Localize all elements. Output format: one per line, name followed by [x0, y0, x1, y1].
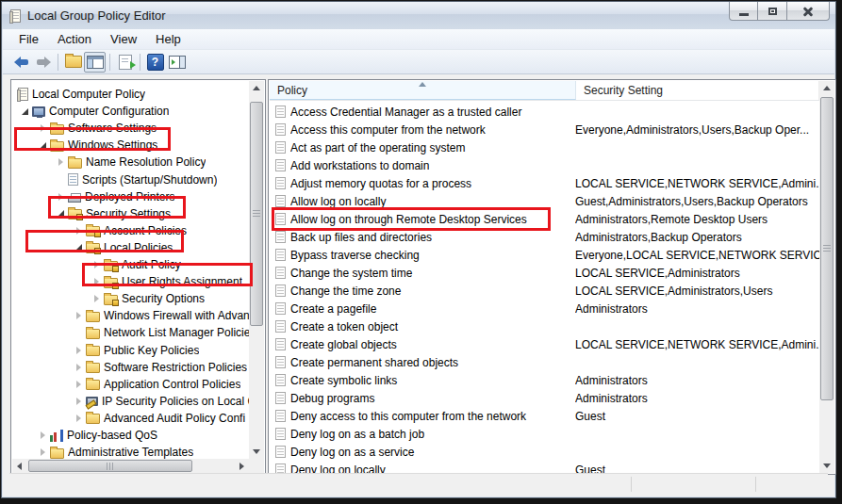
policy-row-add-workstations-to-domain[interactable]: Add workstations to domain	[270, 156, 819, 174]
policy-row-change-the-time-zone[interactable]: Change the time zoneLOCAL SERVICE,Admini…	[270, 282, 819, 300]
back-button[interactable]	[10, 52, 32, 73]
console-tree-button[interactable]	[84, 52, 106, 73]
tree-item-public-key-policies[interactable]: Public Key Policies	[12, 342, 249, 359]
tree-horizontal-scrollbar[interactable]	[12, 459, 249, 473]
policy-row-change-the-system-time[interactable]: Change the system timeLOCAL SERVICE,Admi…	[270, 264, 819, 282]
tree-item-ip-security-policies-on-local-c[interactable]: IP Security Policies on Local C	[12, 393, 249, 410]
policy-row-deny-log-on-locally[interactable]: Deny log on locallyGuest	[270, 461, 819, 473]
tree-vertical-scrollbar[interactable]	[249, 81, 264, 459]
tree-item-security-settings[interactable]: Security Settings	[12, 205, 249, 222]
scroll-up-button[interactable]	[819, 81, 834, 95]
collapsed-arrow-icon[interactable]	[72, 309, 86, 322]
policy-row-access-this-computer-from-the-network[interactable]: Access this computer from the networkEve…	[270, 121, 819, 138]
policy-row-deny-access-to-this-computer-from-the-network[interactable]: Deny access to this computer from the ne…	[270, 407, 819, 425]
collapsed-arrow-icon[interactable]	[54, 190, 68, 203]
tree-item-computer-configuration[interactable]: Computer Configuration	[12, 103, 249, 120]
column-header-security-setting[interactable]: Security Setting	[576, 81, 819, 100]
policy-row-bypass-traverse-checking[interactable]: Bypass traverse checkingEveryone,LOCAL S…	[270, 246, 819, 264]
tree-hscroll-thumb[interactable]	[28, 460, 192, 472]
collapsed-arrow-icon[interactable]	[72, 344, 86, 357]
tree-item-software-restriction-policies[interactable]: Software Restriction Policies	[12, 359, 249, 376]
collapsed-arrow-icon[interactable]	[90, 275, 104, 288]
tree-item-local-policies[interactable]: Local Policies	[12, 239, 249, 256]
scroll-left-button[interactable]	[12, 459, 26, 473]
collapsed-arrow-icon[interactable]	[72, 395, 86, 408]
tree-item-advanced-audit-policy-confi[interactable]: Advanced Audit Policy Confi	[12, 410, 249, 427]
collapsed-arrow-icon[interactable]	[72, 224, 86, 237]
scroll-up-button[interactable]	[249, 81, 264, 95]
restore-icon	[768, 8, 777, 15]
collapsed-arrow-icon[interactable]	[72, 361, 86, 374]
tree-item-network-list-manager-policie[interactable]: Network List Manager Policie	[12, 324, 249, 341]
list-vscroll-thumb[interactable]	[820, 97, 834, 400]
export-list-button[interactable]	[114, 52, 136, 73]
collapsed-arrow-icon[interactable]	[90, 258, 104, 271]
policy-row-create-a-token-object[interactable]: Create a token object	[270, 317, 819, 335]
expanded-arrow-icon[interactable]	[36, 138, 50, 152]
column-header-policy[interactable]: Policy	[270, 81, 576, 100]
scroll-down-button[interactable]	[819, 459, 834, 473]
scroll-down-button[interactable]	[249, 445, 264, 459]
policy-row-allow-log-on-through-remote-desktop-services[interactable]: Allow log on through Remote Desktop Serv…	[270, 210, 819, 228]
tree-item-account-policies[interactable]: Account Policies	[12, 222, 249, 239]
menu-item-file[interactable]: File	[9, 30, 48, 48]
policy-row-create-permanent-shared-objects[interactable]: Create permanent shared objects	[270, 353, 819, 371]
policy-row-adjust-memory-quotas-for-a-process[interactable]: Adjust memory quotas for a processLOCAL …	[270, 174, 819, 192]
help-button[interactable]: ?	[144, 52, 166, 73]
toolbar-separator	[58, 54, 58, 71]
tree-vscroll-thumb[interactable]	[250, 102, 263, 326]
policy-row-act-as-part-of-the-operating-system[interactable]: Act as part of the operating system	[270, 138, 819, 156]
tree-item-windows-firewall-with-advan[interactable]: Windows Firewall with Advan	[12, 307, 249, 324]
tree-item-scripts-startup-shutdown[interactable]: Scripts (Startup/Shutdown)	[12, 171, 249, 188]
tree-item-policy-based-qos[interactable]: Policy-based QoS	[12, 427, 249, 444]
policy-row-deny-log-on-as-a-service[interactable]: Deny log on as a service	[270, 443, 819, 461]
list-vertical-scrollbar[interactable]	[819, 81, 834, 473]
collapsed-arrow-icon[interactable]	[72, 378, 86, 391]
statusbar-divider	[631, 477, 632, 492]
window-controls	[729, 2, 830, 22]
show-folder-button[interactable]	[62, 52, 84, 73]
tree-item-name-resolution-policy[interactable]: Name Resolution Policy	[12, 154, 249, 171]
tree-item-user-rights-assignment[interactable]: User Rights Assignment	[12, 273, 249, 290]
expanded-arrow-icon[interactable]	[72, 241, 86, 254]
menu-item-help[interactable]: Help	[146, 30, 190, 48]
collapsed-arrow-icon[interactable]	[72, 412, 86, 425]
scrollbar-corner	[249, 459, 264, 473]
policy-row-create-symbolic-links[interactable]: Create symbolic linksAdministrators	[270, 371, 819, 389]
collapsed-arrow-icon[interactable]	[36, 429, 50, 442]
collapsed-arrow-icon[interactable]	[36, 122, 50, 135]
minimize-button[interactable]	[729, 2, 758, 21]
tree-item-local-computer-policy[interactable]: Local Computer Policy	[12, 86, 249, 103]
tree-item-deployed-printers[interactable]: Deployed Printers	[12, 188, 249, 205]
policy-row-create-a-pagefile[interactable]: Create a pagefileAdministrators	[270, 300, 819, 317]
expander-spacer	[54, 173, 68, 187]
tree-item-application-control-policies[interactable]: Application Control Policies	[12, 376, 249, 393]
collapsed-arrow-icon[interactable]	[54, 155, 68, 169]
collapsed-arrow-icon[interactable]	[90, 292, 104, 305]
tree-item-software-settings[interactable]: Software Settings	[12, 120, 249, 137]
collapsed-arrow-icon[interactable]	[36, 446, 50, 459]
scroll-right-button[interactable]	[235, 459, 249, 473]
tree-item-audit-policy[interactable]: Audit Policy	[12, 256, 249, 273]
expanded-arrow-icon[interactable]	[18, 105, 32, 118]
policy-row-debug-programs[interactable]: Debug programsAdministrators	[270, 389, 819, 407]
close-button[interactable]	[787, 2, 830, 21]
policy-row-create-global-objects[interactable]: Create global objectsLOCAL SERVICE,NETWO…	[270, 335, 819, 353]
menu-item-action[interactable]: Action	[48, 30, 101, 48]
expanded-arrow-icon[interactable]	[54, 207, 68, 220]
action-pane-button[interactable]	[166, 52, 188, 73]
titlebar[interactable]: Local Group Policy Editor	[2, 2, 835, 29]
menu-item-view[interactable]: View	[101, 30, 146, 48]
tree-item-windows-settings[interactable]: Windows Settings	[12, 137, 249, 154]
policy-document-icon	[275, 249, 286, 261]
policy-row-deny-log-on-as-a-batch-job[interactable]: Deny log on as a batch job	[270, 425, 819, 443]
folder-lock-icon	[86, 226, 100, 236]
qos-icon	[50, 430, 63, 442]
policy-row-access-credential-manager-as-a-trusted-caller[interactable]: Access Credential Manager as a trusted c…	[270, 103, 819, 121]
tree-item-security-options[interactable]: Security Options	[12, 290, 249, 307]
restore-button[interactable]	[758, 2, 787, 21]
forward-button[interactable]	[32, 52, 54, 73]
policy-row-back-up-files-and-directories[interactable]: Back up files and directoriesAdministrat…	[270, 228, 819, 246]
tree-item-administrative-templates[interactable]: Administrative Templates	[12, 444, 249, 459]
policy-row-allow-log-on-locally[interactable]: Allow log on locallyGuest,Administrators…	[270, 192, 819, 210]
